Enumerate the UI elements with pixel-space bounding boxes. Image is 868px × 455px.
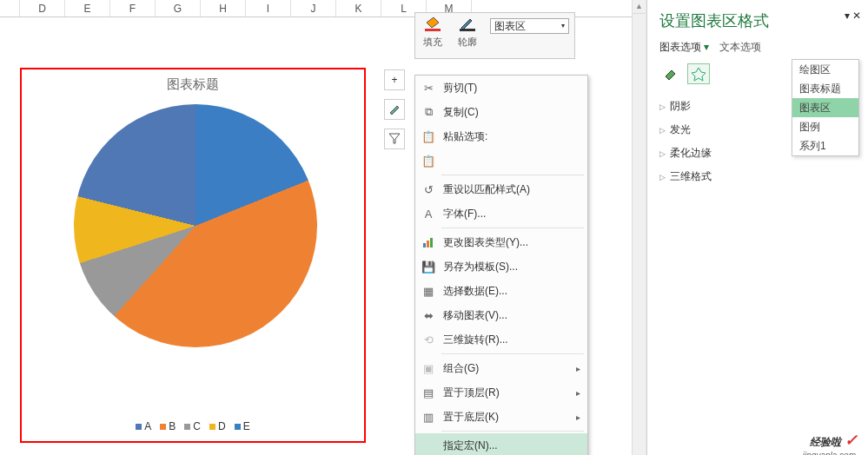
menu-select-data[interactable]: ▦选择数据(E)... (415, 279, 587, 303)
svg-marker-5 (692, 68, 706, 81)
section-3d-format[interactable]: ▷三维格式 (659, 165, 856, 188)
save-icon: 💾 (421, 259, 436, 274)
menu-copy[interactable]: ⧉复制(C) (415, 100, 587, 124)
svg-rect-1 (460, 29, 475, 31)
context-menu: ✂剪切(T) ⧉复制(C) 📋粘贴选项: 📋 ↺重设以匹配样式(A) A字体(F… (414, 75, 588, 455)
menu-save-template[interactable]: 💾另存为模板(S)... (415, 254, 587, 279)
front-icon: ▤ (421, 385, 436, 400)
chart-elements-button[interactable]: + (384, 69, 405, 90)
pane-title: 设置图表区格式 (659, 10, 856, 31)
legend-item[interactable]: C (184, 420, 201, 432)
menu-assign-macro[interactable]: 指定宏(N)... (415, 433, 587, 455)
close-pane-button[interactable]: ▾ ✕ (845, 9, 861, 22)
close-icon: ▾ ✕ (845, 10, 861, 22)
legend-item[interactable]: A (136, 420, 151, 432)
drop-item[interactable]: 图表标题 (792, 79, 858, 98)
col-header[interactable]: G (156, 0, 201, 16)
drop-item[interactable]: 图例 (792, 117, 858, 136)
chart-title[interactable]: 图表标题 (22, 76, 364, 93)
bucket-icon (421, 16, 444, 33)
watermark-url: jingyanla.com (803, 451, 856, 455)
menu-paste-options: 📋粘贴选项: (415, 124, 587, 148)
chart-element-selector[interactable]: 图表区 ▾ (490, 18, 569, 34)
triangle-icon: ▷ (659, 126, 666, 135)
tab-text-options[interactable]: 文本选项 (719, 40, 761, 55)
svg-rect-4 (430, 238, 433, 247)
svg-rect-2 (423, 243, 426, 247)
pie-chart[interactable] (74, 104, 317, 347)
chart-legend[interactable]: ABCDE (22, 420, 364, 432)
drop-item[interactable]: 系列1 (792, 136, 858, 155)
col-header[interactable]: D (20, 0, 65, 16)
funnel-icon (388, 132, 401, 147)
triangle-icon: ▷ (659, 173, 666, 181)
scroll-up-icon[interactable]: ▲ (633, 0, 646, 14)
col-header[interactable]: E (65, 0, 110, 16)
menu-send-back[interactable]: ▥置于底层(K) (415, 405, 587, 429)
col-header[interactable]: J (291, 0, 336, 16)
clipboard-icon: 📋 (421, 153, 436, 168)
watermark: 经验啦 ✓ (810, 431, 858, 450)
element-dropdown: 绘图区图表标题图表区图例系列1 (792, 59, 859, 156)
reset-icon: ↺ (421, 181, 436, 197)
vertical-scrollbar[interactable]: ▲ (632, 0, 646, 455)
drop-item[interactable]: 绘图区 (792, 60, 858, 79)
brush-icon (388, 102, 401, 117)
chart-icon (421, 234, 436, 250)
move-icon: ⬌ (421, 307, 436, 323)
rotate-icon: ⟲ (421, 332, 436, 347)
legend-item[interactable]: E (235, 420, 250, 432)
table-icon: ▦ (421, 283, 436, 299)
chart-container[interactable]: 图表标题 ABCDE (20, 68, 366, 443)
mini-toolbar: 填充 轮廓 图表区 ▾ (414, 12, 575, 59)
menu-move-chart[interactable]: ⬌移动图表(V)... (415, 303, 587, 327)
triangle-icon: ▷ (659, 102, 666, 111)
triangle-icon: ▷ (659, 149, 666, 158)
font-icon: A (421, 206, 436, 221)
col-header[interactable]: F (110, 0, 156, 16)
fill-button[interactable]: 填充 (415, 13, 450, 58)
menu-font[interactable]: A字体(F)... (415, 201, 587, 226)
col-header[interactable]: K (336, 0, 381, 16)
pen-icon (456, 16, 479, 33)
svg-rect-3 (427, 241, 429, 247)
back-icon: ▥ (421, 409, 436, 425)
effects-icon[interactable] (687, 63, 710, 84)
col-header[interactable]: I (246, 0, 291, 16)
tab-chart-options[interactable]: 图表选项 ▾ (659, 40, 709, 55)
menu-change-chart-type[interactable]: 更改图表类型(Y)... (415, 230, 587, 254)
copy-icon: ⧉ (421, 104, 436, 120)
chart-filters-button[interactable] (384, 129, 405, 149)
col-header[interactable]: H (201, 0, 246, 16)
menu-3d-rotate: ⟲三维旋转(R)... (415, 327, 587, 352)
menu-group: ▣组合(G) (415, 356, 587, 380)
plus-icon: + (391, 74, 397, 86)
group-icon: ▣ (421, 360, 436, 376)
clipboard-icon: 📋 (421, 129, 436, 144)
fill-line-icon[interactable] (659, 63, 682, 84)
format-pane: 设置图表区格式 ▾ ✕ 图表选项 ▾ 文本选项 ▷阴影 ▷发光 ▷柔化边缘 ▷三… (646, 0, 868, 455)
menu-bring-front[interactable]: ▤置于顶层(R) (415, 380, 587, 405)
chevron-down-icon: ▾ (561, 19, 565, 33)
chart-styles-button[interactable] (384, 99, 405, 120)
legend-item[interactable]: D (209, 420, 226, 432)
outline-button[interactable]: 轮廓 (450, 13, 485, 58)
legend-item[interactable]: B (160, 420, 176, 432)
scissors-icon: ✂ (421, 80, 436, 96)
menu-reset-style[interactable]: ↺重设以匹配样式(A) (415, 177, 587, 201)
menu-paste-placeholder: 📋 (415, 148, 587, 173)
svg-rect-0 (425, 29, 441, 31)
menu-cut[interactable]: ✂剪切(T) (415, 76, 587, 100)
drop-item[interactable]: 图表区 (792, 98, 858, 117)
